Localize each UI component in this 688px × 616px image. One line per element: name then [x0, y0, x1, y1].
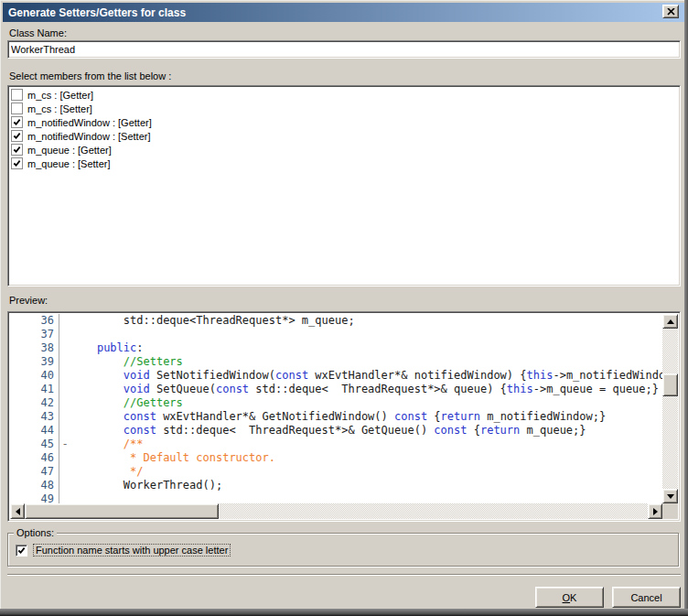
line-number: 49 [10, 492, 59, 503]
cancel-button[interactable]: Cancel [612, 587, 681, 608]
code-line: 46 * Default constructor. [10, 451, 662, 465]
line-number: 45 [10, 438, 59, 451]
line-number: 38 [10, 341, 59, 355]
frame-edge-bottom [0, 609, 688, 616]
line-number: 42 [10, 396, 59, 410]
scroll-up-button[interactable] [662, 314, 678, 329]
code-area: 36 std::deque<ThreadRequest*> m_queue;37… [10, 314, 662, 503]
code-text [70, 328, 662, 341]
line-number: 37 [10, 328, 59, 341]
code-text [70, 492, 662, 503]
fold-marker [59, 410, 70, 424]
member-label: m_notifiedWindow : [Getter] [27, 117, 152, 128]
preview-label: Preview: [9, 295, 48, 306]
code-text: public: [70, 341, 662, 355]
check-icon [13, 132, 21, 140]
ok-button[interactable]: OK [535, 587, 604, 608]
line-number: 39 [10, 355, 59, 369]
member-label: m_notifiedWindow : [Setter] [27, 131, 151, 142]
fold-marker[interactable]: - [59, 438, 70, 451]
uppercase-option-row[interactable]: Function name starts with upper case let… [16, 544, 231, 557]
close-button[interactable] [662, 5, 679, 18]
code-line: 39 //Setters [10, 355, 662, 369]
frame-edge-left [0, 0, 1, 616]
code-line: 36 std::deque<ThreadRequest*> m_queue; [10, 314, 662, 328]
vertical-scroll-thumb[interactable] [662, 373, 678, 396]
scroll-left-button[interactable] [10, 503, 25, 519]
code-line: 44 const std::deque< ThreadRequest*>& Ge… [10, 424, 662, 438]
code-text: std::deque<ThreadRequest*> m_queue; [70, 314, 662, 328]
check-icon [13, 159, 21, 168]
code-text: WorkerThread(); [70, 479, 662, 492]
fold-marker [59, 314, 70, 328]
fold-marker [59, 369, 70, 383]
code-line: 40 void SetNotifiedWindow(const wxEvtHan… [10, 369, 662, 383]
uppercase-checkbox-label[interactable]: Function name starts with upper case let… [33, 544, 231, 557]
code-line: 47 */ [10, 465, 662, 479]
line-number: 41 [10, 383, 59, 396]
code-text: //Getters [70, 396, 662, 410]
code-text: void SetNotifiedWindow(const wxEvtHandle… [70, 369, 662, 383]
fold-marker [59, 328, 70, 341]
options-group: Options: Function name starts with upper… [7, 533, 679, 567]
line-number: 48 [10, 479, 59, 492]
generate-setters-getters-dialog: Generate Setters/Getters for class Class… [0, 0, 688, 616]
check-icon [17, 546, 26, 555]
arrow-up-icon [667, 319, 674, 324]
code-line: 49 [10, 492, 662, 503]
code-line: 41 void SetQueue(const std::deque< Threa… [10, 383, 662, 396]
window-title: Generate Setters/Getters for class [8, 6, 186, 19]
member-label: m_cs : [Getter] [27, 90, 93, 101]
member-item[interactable]: m_notifiedWindow : [Getter] [8, 115, 680, 129]
uppercase-checkbox[interactable] [16, 545, 27, 557]
member-checkbox[interactable] [11, 116, 23, 128]
check-icon [13, 118, 21, 126]
code-preview-editor[interactable]: 36 std::deque<ThreadRequest*> m_queue;37… [7, 311, 681, 522]
member-item[interactable]: m_queue : [Setter] [8, 157, 680, 170]
code-text: const wxEvtHandler*& GetNotifiedWindow()… [70, 410, 662, 424]
member-item[interactable]: m_queue : [Getter] [8, 143, 680, 157]
code-text: void SetQueue(const std::deque< ThreadRe… [70, 383, 662, 396]
code-line: 48 WorkerThread(); [10, 479, 662, 492]
fold-marker [59, 341, 70, 355]
line-number: 43 [10, 410, 59, 424]
member-checkbox[interactable] [11, 144, 23, 156]
vertical-scrollbar[interactable] [662, 314, 678, 503]
frame-edge-top [0, 0, 688, 1]
code-line: 45- /** [10, 438, 662, 451]
class-name-input[interactable] [7, 40, 681, 59]
options-group-label: Options: [14, 527, 57, 538]
member-checkbox[interactable] [11, 130, 23, 142]
line-number: 44 [10, 424, 59, 438]
member-item[interactable]: m_cs : [Getter] [8, 88, 680, 102]
line-number: 36 [10, 314, 59, 328]
member-item[interactable]: m_cs : [Setter] [8, 102, 680, 115]
member-checkbox[interactable] [11, 103, 23, 114]
code-line: 38 public: [10, 341, 662, 355]
member-label: m_queue : [Setter] [27, 158, 111, 169]
title-bar[interactable]: Generate Setters/Getters for class [3, 3, 684, 22]
horizontal-scrollbar[interactable] [10, 503, 662, 519]
code-line: 37 [10, 328, 662, 341]
horizontal-scroll-thumb[interactable] [25, 503, 219, 519]
fold-marker [59, 424, 70, 438]
code-text: /** [70, 438, 662, 451]
frame-edge-right [684, 0, 688, 616]
arrow-right-icon [653, 508, 658, 515]
members-checklist[interactable]: m_cs : [Getter]m_cs : [Setter]m_notified… [7, 85, 681, 286]
code-text: * Default constructor. [70, 451, 662, 465]
fold-marker [59, 465, 70, 479]
member-checkbox[interactable] [11, 157, 23, 169]
line-number: 40 [10, 369, 59, 383]
line-number: 47 [10, 465, 59, 479]
fold-marker [59, 479, 70, 492]
select-members-label: Select members from the list below : [9, 70, 171, 81]
member-item[interactable]: m_notifiedWindow : [Setter] [8, 129, 680, 143]
fold-marker [59, 451, 70, 465]
member-checkbox[interactable] [11, 89, 23, 101]
line-number: 46 [10, 451, 59, 465]
scroll-right-button[interactable] [648, 503, 662, 519]
member-label: m_cs : [Setter] [27, 103, 92, 114]
code-text: //Setters [70, 355, 662, 369]
scroll-down-button[interactable] [662, 489, 678, 503]
